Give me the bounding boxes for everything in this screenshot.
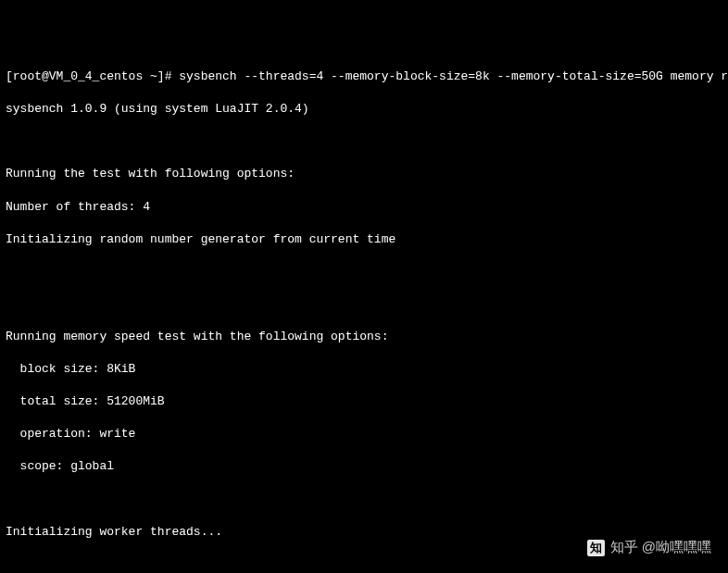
running-header: Running the test with following options:: [6, 166, 722, 182]
watermark-text: 知乎 @呦嘿嘿嘿: [610, 539, 711, 554]
blank: [6, 491, 722, 507]
terminal-line-cmd: [root@VM_0_4_centos ~]# sysbench --threa…: [6, 69, 722, 85]
mem-op: operation: write: [6, 426, 722, 442]
zhihu-icon: 知: [587, 540, 605, 556]
blank: [6, 556, 722, 573]
mem-scope: scope: global: [6, 458, 722, 475]
blank: [6, 133, 722, 150]
mem-total: total size: 51200MiB: [6, 393, 722, 410]
version-line: sysbench 1.0.9 (using system LuaJIT 2.0.…: [6, 101, 722, 118]
blank: [6, 264, 722, 280]
threads-line: Number of threads: 4: [6, 199, 722, 216]
blank: [6, 296, 722, 313]
command-text: sysbench --threads=4 --memory-block-size…: [179, 69, 728, 83]
rng-line: Initializing random number generator fro…: [6, 231, 722, 248]
watermark: 知知乎 @呦嘿嘿嘿: [587, 538, 711, 556]
shell-prompt: [root@VM_0_4_centos ~]#: [6, 69, 179, 83]
mem-block: block size: 8KiB: [6, 361, 722, 378]
mem-header: Running memory speed test with the follo…: [6, 329, 722, 345]
